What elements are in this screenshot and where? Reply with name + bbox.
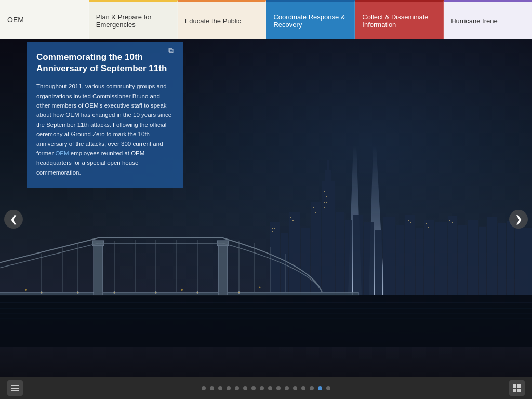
svg-rect-79 [517,384,521,388]
svg-rect-5 [301,228,310,295]
svg-rect-20 [435,222,447,295]
content-card: ⧉ Commemorating the 10th Anniversary of … [27,42,183,188]
pagination-dot-15[interactable] [326,386,330,390]
svg-rect-43 [426,223,427,224]
svg-rect-46 [452,222,453,223]
nav-item-oem[interactable]: OEM [0,0,89,39]
navigation-bar: OEM Plan & Prepare for Emergencies Educa… [0,0,532,39]
svg-rect-24 [479,227,486,295]
svg-rect-32 [290,217,291,218]
nav-item-plan-label: Plan & Prepare for Emergencies [96,13,170,29]
svg-rect-13 [364,222,374,295]
hero-section: ⧉ Commemorating the 10th Anniversary of … [0,39,532,399]
pagination-dot-2[interactable] [218,386,222,390]
pagination-dot-1[interactable] [210,386,214,390]
svg-rect-50 [218,243,228,295]
svg-rect-27 [507,221,514,295]
hamburger-icon [11,385,19,391]
highlight-text: OEM [55,150,69,156]
grid-button[interactable] [509,380,525,396]
nav-item-educate-label: Educate the Public [185,17,241,25]
svg-rect-10 [336,212,344,295]
svg-rect-38 [324,202,325,203]
pagination-dot-3[interactable] [227,386,231,390]
svg-point-76 [181,289,183,291]
previous-arrow[interactable]: ❮ [4,210,23,229]
svg-rect-28 [515,228,532,295]
pagination-dot-5[interactable] [243,386,247,390]
svg-point-66 [114,292,115,294]
svg-rect-7 [322,181,335,295]
card-body: Throughout 2011, various community group… [36,82,174,177]
svg-rect-12 [353,215,363,295]
svg-rect-45 [449,220,450,221]
svg-rect-39 [326,202,327,203]
nav-item-collect-label: Collect & Disseminate Information [362,13,436,29]
expand-icon[interactable]: ⧉ [168,46,178,56]
svg-rect-42 [410,222,411,223]
right-arrow-icon: ❯ [515,214,523,225]
svg-point-77 [259,287,261,288]
svg-rect-15 [383,217,395,295]
svg-rect-26 [498,223,506,295]
pagination-dot-8[interactable] [268,386,272,390]
next-arrow[interactable]: ❯ [509,210,528,229]
pagination-dot-0[interactable] [202,386,206,390]
pagination-dot-6[interactable] [251,386,256,390]
svg-rect-44 [428,227,429,228]
pagination-dot-7[interactable] [260,386,264,390]
nav-item-coordinate-label: Coordinate Response & Recovery [273,13,347,29]
svg-rect-17 [405,215,415,295]
pagination-dots [202,386,330,390]
svg-rect-22 [458,225,467,295]
bottom-bar [0,377,532,399]
nav-item-coordinate[interactable]: Coordinate Response & Recovery [266,0,355,39]
svg-rect-41 [408,220,409,221]
menu-button[interactable] [7,380,23,396]
pagination-dot-9[interactable] [276,386,281,390]
svg-rect-36 [324,191,325,192]
svg-rect-9 [327,160,329,173]
pagination-dot-4[interactable] [235,386,239,390]
svg-rect-14 [375,230,382,295]
svg-rect-33 [292,220,294,221]
svg-rect-40 [324,207,325,208]
svg-rect-25 [487,217,497,295]
card-title: Commemorating the 10th Anniversary of Se… [36,51,174,74]
nav-item-hurricane-label: Hurricane Irene [451,17,498,25]
svg-point-67 [155,292,157,294]
svg-rect-16 [396,225,404,295]
pagination-dot-12[interactable] [301,386,305,390]
svg-rect-11 [345,220,352,295]
svg-point-64 [41,292,43,294]
svg-rect-34 [313,207,314,208]
svg-rect-35 [315,212,316,213]
svg-rect-30 [274,228,275,229]
pagination-dot-11[interactable] [293,386,297,390]
nav-item-hurricane[interactable]: Hurricane Irene [444,0,532,39]
svg-point-68 [197,292,198,294]
pagination-dot-14[interactable] [318,386,322,390]
nav-item-plan[interactable]: Plan & Prepare for Emergencies [89,0,178,39]
svg-rect-37 [326,196,327,197]
svg-point-75 [25,289,27,291]
svg-point-65 [77,292,79,294]
pagination-dot-10[interactable] [285,386,289,390]
svg-rect-80 [513,389,516,392]
nav-item-collect[interactable]: Collect & Disseminate Information [355,0,444,39]
svg-rect-18 [416,228,423,295]
svg-rect-21 [448,216,457,295]
pagination-dot-13[interactable] [310,386,314,390]
svg-rect-78 [513,384,516,388]
svg-rect-81 [517,389,521,392]
svg-rect-23 [468,220,478,295]
left-arrow-icon: ❮ [10,214,18,225]
svg-rect-4 [289,212,300,295]
grid-icon [513,384,521,392]
svg-rect-48 [94,243,103,295]
svg-rect-29 [272,228,273,229]
nav-item-oem-label: OEM [7,16,24,24]
nav-item-educate[interactable]: Educate the Public [178,0,267,39]
svg-rect-31 [272,231,273,232]
svg-rect-6 [311,202,321,295]
